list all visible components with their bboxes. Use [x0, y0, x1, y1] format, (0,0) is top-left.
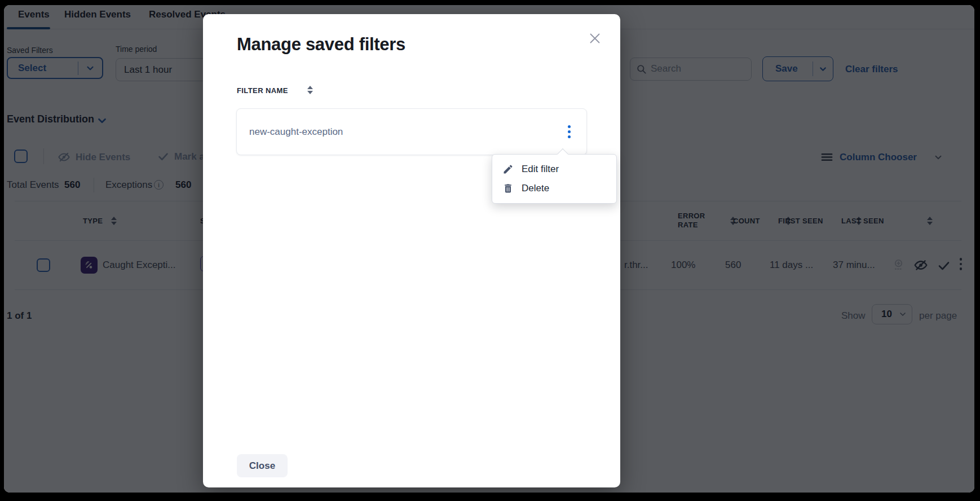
menu-item-edit-filter[interactable]: Edit filter	[492, 160, 616, 179]
filter-name-column-header[interactable]: FILTER NAME	[237, 86, 288, 95]
modal-title: Manage saved filters	[237, 34, 405, 55]
filter-context-menu: Edit filter Delete	[492, 154, 617, 204]
saved-filter-row: new-caught-exception	[236, 108, 587, 155]
pencil-icon	[502, 164, 514, 175]
menu-item-label: Edit filter	[522, 164, 559, 175]
close-button[interactable]: Close	[237, 454, 288, 477]
trash-icon	[502, 183, 514, 194]
saved-filter-name: new-caught-exception	[249, 126, 343, 138]
menu-item-delete[interactable]: Delete	[492, 179, 616, 198]
menu-item-label: Delete	[522, 183, 549, 194]
sort-icon[interactable]	[307, 86, 314, 94]
filter-kebab-menu-icon[interactable]	[562, 124, 576, 140]
close-icon[interactable]	[586, 30, 603, 47]
manage-saved-filters-modal: Manage saved filters FILTER NAME new-cau…	[203, 14, 620, 487]
